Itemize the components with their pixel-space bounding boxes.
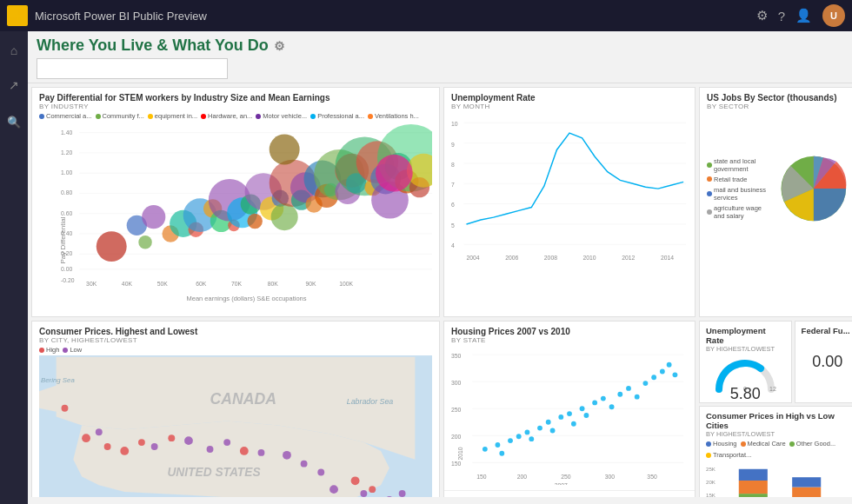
svg-text:350: 350: [647, 474, 657, 480]
sidebar-home-icon[interactable]: ⌂: [2, 38, 26, 63]
svg-rect-171: [739, 481, 768, 494]
chl-legend-4: Transportat...: [706, 451, 751, 459]
svg-rect-172: [739, 469, 768, 481]
search-bar: [37, 58, 843, 79]
consumer-highlow-legend: Housing Medical Care Other Good... Trans…: [706, 440, 852, 459]
svg-point-158: [667, 362, 672, 368]
map-title: Consumer Prices. Highest and Lowest: [39, 327, 432, 336]
svg-point-134: [483, 447, 488, 452]
federal-title: Federal Fu...: [802, 326, 852, 335]
svg-point-102: [168, 434, 175, 441]
svg-point-106: [96, 428, 103, 435]
svg-text:200: 200: [517, 474, 528, 480]
svg-point-135: [496, 442, 501, 448]
topbar-actions: ⚙ ? 👤 U: [756, 4, 845, 27]
scatter-area: 350 300 250 200 150 150 200 250 300 350: [451, 346, 688, 485]
svg-point-138: [516, 434, 522, 439]
header-bar: Where You Live & What You Do ⚙: [28, 31, 852, 83]
settings-icon[interactable]: ⚙: [756, 8, 768, 23]
page-title: Where You Live & What You Do ⚙: [37, 36, 843, 55]
svg-point-31: [138, 235, 152, 249]
map-legend-low: Low: [63, 346, 82, 354]
sidebar-search-icon[interactable]: 🔍: [2, 109, 26, 134]
sidebar: ⌂ ↗ 🔍: [0, 31, 28, 504]
svg-text:Bering Sea: Bering Sea: [41, 376, 76, 384]
svg-text:-0.20: -0.20: [61, 277, 75, 283]
svg-text:250: 250: [561, 474, 571, 480]
svg-point-150: [601, 396, 606, 401]
bubble-chart-card: Pay Differential for STEM workers by Ind…: [31, 87, 440, 317]
search-input[interactable]: [37, 58, 228, 79]
pie-labels: state and local government Retail trade …: [707, 157, 771, 220]
bubble-legend: Commercial a... Community f... equipment…: [39, 112, 432, 120]
consumer-highlow-card: Consumer Prices in High vs Low Cities BY…: [699, 406, 852, 497]
svg-point-114: [317, 469, 324, 476]
svg-point-113: [301, 461, 308, 468]
housing-subtitle: BY STATE: [451, 336, 688, 344]
legend-item-5: Motor vehicle...: [256, 112, 307, 120]
gauge-row: Unemployment Rate BY HIGHEST/LOWEST 0 12…: [699, 321, 852, 403]
svg-text:2007: 2007: [555, 482, 568, 485]
svg-point-154: [635, 395, 640, 400]
gauge-value: 5.80: [730, 385, 761, 403]
svg-text:150: 150: [451, 461, 462, 467]
svg-text:300: 300: [451, 380, 462, 386]
svg-point-109: [207, 446, 214, 453]
svg-point-151: [609, 404, 615, 409]
svg-text:80K: 80K: [268, 281, 279, 287]
help-icon[interactable]: ?: [778, 9, 785, 23]
bubble-svg: 1.40 1.20 1.00 0.80 0.60 0.40 0.20 0.00 …: [61, 122, 432, 291]
sidebar-expand-icon[interactable]: ↗: [2, 73, 26, 97]
app-logo: [7, 5, 28, 26]
pie-legend-4: agriculture wage and salary: [707, 204, 771, 220]
svg-point-32: [142, 205, 165, 229]
svg-point-110: [223, 439, 230, 446]
svg-text:2004: 2004: [466, 255, 479, 261]
unemployment-subtitle: BY MONTH: [451, 103, 688, 110]
svg-text:9: 9: [451, 142, 455, 148]
legend-item-6: Professional a...: [310, 112, 364, 120]
svg-text:2012: 2012: [622, 255, 635, 261]
svg-text:90K: 90K: [305, 281, 316, 287]
svg-text:7: 7: [451, 182, 455, 188]
svg-point-104: [351, 476, 360, 485]
pie-legend-1: state and local government: [707, 157, 771, 173]
user-icon[interactable]: 👤: [795, 8, 812, 23]
svg-point-155: [643, 381, 649, 386]
consumer-highlow-title: Consumer Prices in High vs Low Cities: [706, 411, 852, 430]
svg-text:50K: 50K: [157, 281, 169, 287]
svg-point-69: [270, 135, 300, 165]
svg-point-153: [626, 386, 631, 391]
svg-text:20K: 20K: [706, 479, 716, 485]
svg-point-116: [360, 490, 367, 497]
svg-text:300: 300: [605, 474, 616, 480]
svg-point-148: [584, 413, 589, 418]
legend-item-4: Hardware, an...: [201, 112, 252, 120]
legend-item-2: Community f...: [96, 112, 144, 120]
us-jobs-title: US Jobs By Sector (thousands): [707, 93, 852, 103]
svg-text:250: 250: [451, 407, 462, 413]
svg-text:UNITED STATES: UNITED STATES: [167, 466, 261, 479]
unemployment-svg: 10 9 8 7 6 5 4 2004 2: [451, 112, 688, 273]
housing-prices-section: Housing Prices 2007 vs 2010 BY STATE 350…: [444, 322, 695, 491]
map-area: Labrador Sea Bering Sea CANADA UNITED ST…: [39, 355, 432, 497]
svg-point-149: [592, 401, 597, 406]
title-gear-icon[interactable]: ⚙: [274, 39, 285, 53]
svg-point-152: [617, 392, 622, 397]
unemployment-title: Unemployment Rate: [451, 93, 688, 103]
svg-text:4: 4: [451, 242, 455, 249]
map-legend: High Low: [39, 346, 432, 354]
unemployment-gauge-card: Unemployment Rate BY HIGHEST/LOWEST 0 12…: [699, 321, 792, 403]
user-avatar[interactable]: U: [822, 4, 845, 27]
svg-rect-2: [10, 17, 17, 23]
right-bottom-column: Unemployment Rate BY HIGHEST/LOWEST 0 12…: [699, 321, 852, 497]
svg-point-156: [651, 375, 656, 380]
svg-point-140: [529, 436, 534, 441]
svg-text:150: 150: [476, 474, 487, 480]
svg-point-115: [329, 485, 338, 494]
svg-point-43: [247, 214, 262, 229]
svg-text:12: 12: [769, 386, 776, 392]
svg-point-143: [550, 428, 556, 434]
svg-text:6: 6: [451, 202, 455, 209]
svg-point-146: [571, 421, 576, 427]
